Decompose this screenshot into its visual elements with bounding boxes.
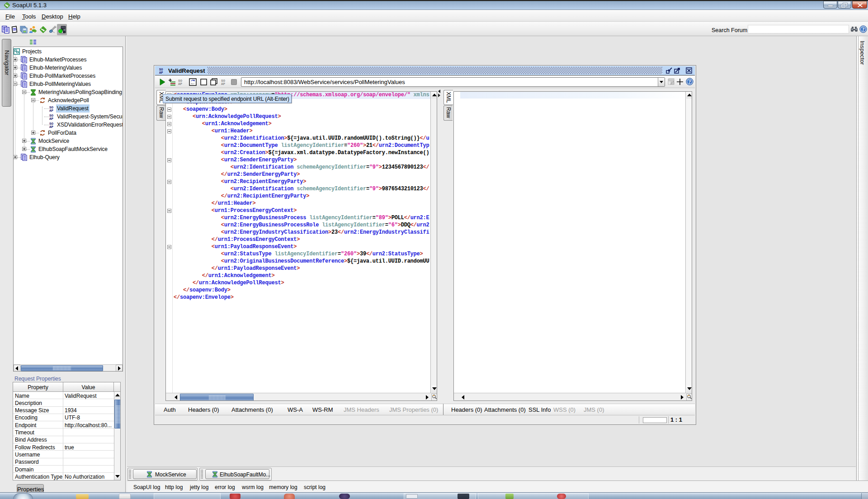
svg-text:AP: AP	[221, 82, 226, 85]
svg-text:AP: AP	[178, 82, 183, 85]
svg-text:?: ?	[862, 26, 865, 33]
svg-text:AP: AP	[49, 117, 54, 120]
svg-text:AP: AP	[159, 71, 163, 74]
svg-text:AP: AP	[49, 109, 54, 112]
svg-text:AP: AP	[49, 125, 54, 128]
svg-text:?: ?	[689, 79, 691, 85]
